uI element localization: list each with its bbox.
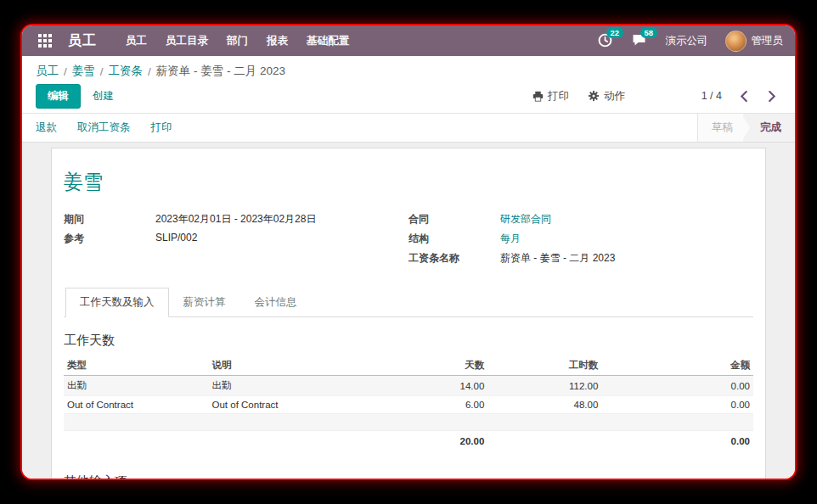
status-step-done[interactable]: 完成: [743, 114, 795, 142]
cell-hours: 48.00: [487, 396, 601, 414]
cell-days: 6.00: [425, 396, 487, 414]
gear-icon: [588, 90, 600, 102]
structure-value-link[interactable]: 每月: [500, 232, 521, 246]
app-name[interactable]: 员工: [68, 32, 97, 50]
worked-days-row-attendance[interactable]: 出勤 出勤 14.00 112.00 0.00: [64, 376, 753, 396]
breadcrumb-employee-record[interactable]: 姜雪: [72, 64, 95, 79]
col-description: 说明: [209, 356, 426, 376]
statusbar-buttons: 退款 取消工资条 打印: [22, 114, 186, 142]
period-label: 期间: [64, 212, 155, 227]
form-view-background: 姜雪 期间 2023年02月01日 - 2023年02月28日 参考 SLIP/…: [22, 143, 795, 479]
cell-type: Out of Contract: [64, 396, 209, 414]
breadcrumb-separator: /: [148, 65, 151, 78]
payslip-name-value: 薪资单 - 姜雪 - 二月 2023: [500, 251, 615, 266]
print-menu-label: 打印: [548, 89, 569, 104]
cancel-payslip-button[interactable]: 取消工资条: [77, 120, 131, 135]
user-name: 管理员: [752, 34, 784, 48]
odoo-app: 员工 员工 员工目录 部门 报表 基础配置 22 58 演示公司: [22, 25, 795, 479]
field-grid: 期间 2023年02月01日 - 2023年02月28日 参考 SLIP/002…: [64, 212, 753, 266]
action-menu-label: 动作: [604, 89, 625, 104]
tab-worked-days-inputs[interactable]: 工作天数及输入: [65, 288, 169, 317]
cell-hours: 112.00: [487, 376, 601, 396]
cp-action-tools: 打印 动作: [532, 89, 625, 104]
pager-value[interactable]: 1 / 4: [701, 90, 722, 102]
notebook-tabs: 工作天数及输入 薪资计算 会计信息: [64, 288, 753, 317]
payslip-name-label: 工资条名称: [408, 251, 500, 266]
col-amount: 金额: [601, 356, 753, 376]
statusbar: 退款 取消工资条 打印 草稿 完成: [22, 113, 795, 143]
grid-icon: [38, 34, 52, 48]
cell-description: Out of Contract: [209, 396, 426, 414]
worked-days-totals-row: 20.00 0.00: [64, 431, 753, 452]
menu-item-reports[interactable]: 报表: [267, 34, 288, 48]
edit-button[interactable]: 编辑: [36, 84, 81, 109]
top-navbar: 员工 员工 员工目录 部门 报表 基础配置 22 58 演示公司: [22, 25, 795, 56]
control-panel-buttons: 编辑 创建 打印: [36, 79, 781, 113]
breadcrumb-current: 薪资单 - 姜雪 - 二月 2023: [156, 64, 285, 79]
worked-days-empty-row: [64, 414, 753, 431]
worked-days-section-title: 工作天数: [64, 333, 753, 349]
refund-button[interactable]: 退款: [36, 120, 57, 135]
worked-days-header-row: 类型 说明 天数 工时数 金额: [64, 356, 753, 376]
breadcrumb-payslips[interactable]: 工资条: [109, 64, 144, 79]
create-button[interactable]: 创建: [93, 89, 114, 104]
systray: 22 58 演示公司 管理员: [598, 31, 784, 52]
cell-amount: 0.00: [601, 396, 753, 414]
pager-next-icon[interactable]: [764, 88, 780, 104]
cell-amount: 0.00: [601, 376, 753, 396]
menu-item-directory[interactable]: 员工目录: [166, 34, 208, 48]
main-menu: 员工 员工目录 部门 报表 基础配置: [126, 34, 349, 48]
tab-salary-computation[interactable]: 薪资计算: [169, 288, 240, 317]
messages-button[interactable]: 58: [632, 33, 649, 48]
cell-type: 出勤: [64, 376, 209, 396]
print-menu-button[interactable]: 打印: [532, 89, 569, 104]
status-widget: 草稿 完成: [697, 114, 795, 142]
contract-value-link[interactable]: 研发部合同: [500, 212, 551, 227]
menu-item-employees[interactable]: 员工: [126, 34, 147, 48]
activities-button[interactable]: 22: [598, 33, 615, 48]
activities-count-badge: 22: [606, 27, 624, 38]
cell-description: 出勤: [209, 376, 426, 396]
action-menu-button[interactable]: 动作: [588, 89, 625, 104]
payslip-employee-title: 姜雪: [64, 169, 753, 195]
breadcrumb-separator: /: [100, 65, 104, 78]
messages-count-badge: 58: [640, 27, 658, 38]
col-hours: 工时数: [487, 356, 601, 376]
pager-previous-icon[interactable]: [735, 88, 751, 104]
field-column-left: 期间 2023年02月01日 - 2023年02月28日 参考 SLIP/002: [64, 212, 408, 266]
screenshot-frame: 员工 员工 员工目录 部门 报表 基础配置 22 58 演示公司: [20, 24, 797, 480]
record-pager: 1 / 4: [701, 88, 780, 104]
total-days: 20.00: [425, 431, 487, 452]
period-value: 2023年02月01日 - 2023年02月28日: [155, 212, 316, 227]
menu-item-configuration[interactable]: 基础配置: [307, 34, 349, 48]
contract-label: 合同: [408, 212, 500, 227]
form-sheet: 姜雪 期间 2023年02月01日 - 2023年02月28日 参考 SLIP/…: [51, 148, 766, 479]
menu-item-departments[interactable]: 部门: [227, 34, 248, 48]
user-menu[interactable]: 管理员: [725, 31, 784, 52]
col-days: 天数: [425, 356, 487, 376]
breadcrumb: 员工 / 姜雪 / 工资条 / 薪资单 - 姜雪 - 二月 2023: [36, 64, 781, 79]
tab-accounting-info[interactable]: 会计信息: [240, 288, 312, 317]
control-panel: 员工 / 姜雪 / 工资条 / 薪资单 - 姜雪 - 二月 2023 编辑 创建…: [22, 56, 795, 113]
company-switcher[interactable]: 演示公司: [666, 34, 708, 48]
total-amount: 0.00: [601, 431, 753, 452]
user-avatar: [725, 31, 747, 52]
field-column-right: 合同 研发部合同 结构 每月 工资条名称 薪资单 - 姜雪 - 二月 2023: [408, 212, 753, 266]
cell-days: 14.00: [425, 376, 487, 396]
print-payslip-button[interactable]: 打印: [151, 120, 172, 135]
breadcrumb-separator: /: [64, 65, 67, 78]
other-inputs-section-title: 其他输入项: [64, 473, 753, 479]
worked-days-table: 类型 说明 天数 工时数 金额 出勤 出勤 14.00 112.00 0.00: [64, 356, 753, 451]
breadcrumb-employees[interactable]: 员工: [36, 64, 59, 79]
printer-icon: [532, 91, 544, 102]
structure-label: 结构: [408, 232, 500, 246]
col-type: 类型: [64, 356, 209, 376]
worked-days-row-out-of-contract[interactable]: Out of Contract Out of Contract 6.00 48.…: [64, 396, 753, 414]
other-inputs-section: 其他输入项 说明 金额: [64, 473, 753, 479]
status-step-draft[interactable]: 草稿: [698, 114, 750, 142]
reference-label: 参考: [64, 232, 155, 246]
reference-value: SLIP/002: [155, 232, 197, 246]
apps-grid-icon[interactable]: [34, 30, 56, 52]
